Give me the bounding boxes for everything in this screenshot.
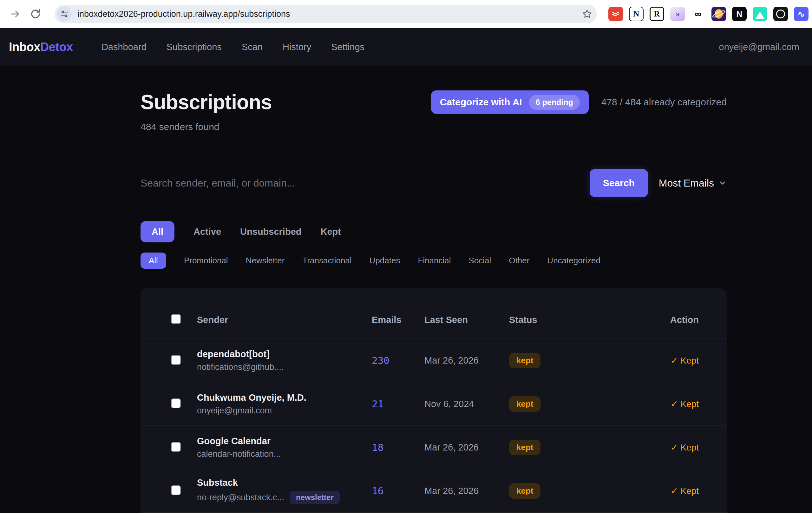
page-title: Subscriptions <box>141 90 272 114</box>
site-settings-icon <box>60 9 69 19</box>
chevron-down-icon <box>719 179 727 187</box>
category-tab-transactional[interactable]: Transactional <box>302 256 351 265</box>
reload-icon <box>30 8 41 20</box>
categorize-with-ai-button[interactable]: Categorize with AI 6 pending <box>431 90 589 114</box>
extension-icons: N R ›‹ ∞ N ∿ <box>608 7 809 21</box>
reload-button[interactable] <box>27 5 45 23</box>
sender-name: Substack <box>197 478 372 488</box>
forward-icon <box>9 8 21 20</box>
wave-icon[interactable]: ∿ <box>794 7 809 21</box>
nav-link-settings[interactable]: Settings <box>331 42 365 52</box>
n-icon[interactable]: N <box>732 7 747 21</box>
action-kept[interactable]: ✓ Kept <box>650 355 699 366</box>
sender-cell: Chukwuma Onyeije, M.D. onyeije@gmail.com <box>197 393 372 416</box>
category-tab-updates[interactable]: Updates <box>370 256 400 265</box>
emails-count[interactable]: 18 <box>372 441 425 453</box>
circle-icon[interactable] <box>773 7 788 21</box>
readwise-icon[interactable]: R <box>649 7 664 21</box>
subscriptions-table-card: Sender Emails Last Seen Status Action de… <box>141 288 727 513</box>
sender-cell: Substack no-reply@substack.c... newslett… <box>197 478 372 504</box>
status-badge: kept <box>509 353 541 368</box>
site-settings-button[interactable] <box>57 7 72 21</box>
row-checkbox[interactable] <box>171 355 181 365</box>
loop-icon[interactable]: ∞ <box>691 7 705 21</box>
search-button[interactable]: Search <box>590 169 648 197</box>
category-tab-all[interactable]: All <box>141 253 166 269</box>
status-badge: kept <box>509 396 541 412</box>
category-tab-newsletter[interactable]: Newsletter <box>246 256 285 265</box>
row-checkbox[interactable] <box>171 485 181 495</box>
table-header-row: Sender Emails Last Seen Status Action <box>141 288 727 339</box>
table-row: Google Calendar calendar-notification...… <box>141 425 727 469</box>
title-block: Subscriptions 484 senders found <box>141 90 272 132</box>
row-checkbox[interactable] <box>171 398 181 408</box>
logo-detox: Detox <box>40 40 73 54</box>
categorize-button-label: Categorize with AI <box>440 97 522 108</box>
sender-cell: Google Calendar calendar-notification... <box>197 436 372 459</box>
account-email[interactable]: onyeije@gmail.com <box>719 42 799 52</box>
category-badge-newsletter: newsletter <box>290 491 340 504</box>
page-header: Subscriptions 484 senders found Categori… <box>141 90 727 132</box>
sender-email: calendar-notification... <box>197 449 281 459</box>
url-text[interactable]: inboxdetox2026-production.up.railway.app… <box>78 9 578 19</box>
logo-inbox: Inbox <box>9 40 40 54</box>
search-input[interactable] <box>141 177 590 189</box>
status-tab-all[interactable]: All <box>141 221 174 243</box>
last-seen: Nov 6, 2024 <box>425 399 509 409</box>
forward-button[interactable] <box>6 5 24 23</box>
table-row: dependabot[bot] notifications@github....… <box>141 339 727 382</box>
bookmark-button[interactable] <box>582 8 592 19</box>
status-tab-unsubscribed[interactable]: Unsubscribed <box>240 227 301 237</box>
emails-count[interactable]: 16 <box>372 485 425 496</box>
browser-toolbar: inboxdetox2026-production.up.railway.app… <box>0 0 812 28</box>
action-kept[interactable]: ✓ Kept <box>650 399 699 409</box>
category-tab-other[interactable]: Other <box>509 256 529 265</box>
status-badge: kept <box>509 483 541 499</box>
address-bar[interactable]: inboxdetox2026-production.up.railway.app… <box>55 5 597 23</box>
star-icon <box>582 8 592 19</box>
pending-badge: 6 pending <box>529 95 580 110</box>
row-checkbox[interactable] <box>171 442 181 452</box>
sort-dropdown[interactable]: Most Emails <box>659 177 727 189</box>
nav-link-dashboard[interactable]: Dashboard <box>102 42 147 52</box>
header-status: Status <box>509 315 650 325</box>
sender-cell: dependabot[bot] notifications@github.... <box>197 349 372 372</box>
sender-email: no-reply@substack.c... <box>197 493 284 503</box>
header-last-seen: Last Seen <box>425 315 509 325</box>
last-seen: Mar 26, 2026 <box>425 442 509 453</box>
last-seen: Mar 26, 2026 <box>425 355 509 366</box>
nav-link-scan[interactable]: Scan <box>242 42 263 52</box>
category-tab-social[interactable]: Social <box>469 256 491 265</box>
nordvpn-icon[interactable] <box>753 7 767 21</box>
categorized-status: 478 / 484 already categorized <box>601 97 727 108</box>
emails-count[interactable]: 230 <box>372 355 425 366</box>
header-sender: Sender <box>197 315 372 325</box>
header-actions: Categorize with AI 6 pending 478 / 484 a… <box>431 90 727 114</box>
action-kept[interactable]: ✓ Kept <box>650 486 699 496</box>
header-action: Action <box>650 315 699 325</box>
status-tab-active[interactable]: Active <box>194 227 221 237</box>
sender-name: dependabot[bot] <box>197 349 372 360</box>
table-row: Chukwuma Onyeije, M.D. onyeije@gmail.com… <box>141 382 727 425</box>
search-row: Search Most Emails <box>141 169 727 197</box>
notion-icon[interactable]: N <box>629 7 644 21</box>
nav-link-history[interactable]: History <box>283 42 311 52</box>
app-logo[interactable]: InboxDetox <box>9 40 73 54</box>
raycast-icon[interactable]: ›‹ <box>670 7 685 21</box>
last-seen: Mar 26, 2026 <box>425 486 509 496</box>
header-emails: Emails <box>372 315 425 325</box>
sender-email: notifications@github.... <box>197 362 284 372</box>
category-tab-financial[interactable]: Financial <box>418 256 451 265</box>
category-tab-promotional[interactable]: Promotional <box>184 256 228 265</box>
status-tab-kept[interactable]: Kept <box>320 227 341 237</box>
todoist-icon[interactable] <box>608 7 623 21</box>
sender-name: Chukwuma Onyeije, M.D. <box>197 393 372 403</box>
emails-count[interactable]: 21 <box>372 398 425 409</box>
main-content: Subscriptions 484 senders found Categori… <box>141 90 727 513</box>
category-tab-uncategorized[interactable]: Uncategorized <box>547 256 601 265</box>
planet-icon[interactable] <box>712 7 726 21</box>
select-all-checkbox[interactable] <box>171 314 181 324</box>
action-kept[interactable]: ✓ Kept <box>650 442 699 453</box>
nav-link-subscriptions[interactable]: Subscriptions <box>167 42 222 52</box>
sort-selected-label: Most Emails <box>659 177 714 189</box>
